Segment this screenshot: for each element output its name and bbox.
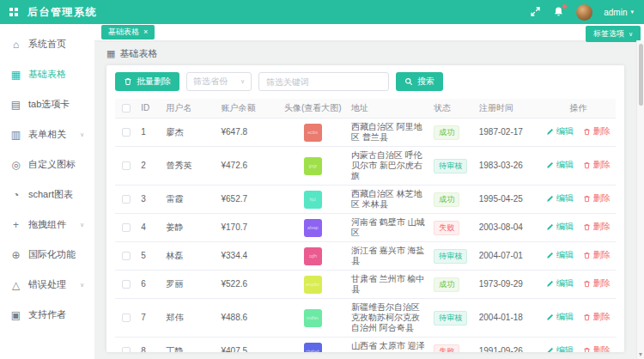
sidebar-item-8[interactable]: △ 错误处理 ∨ <box>0 270 94 300</box>
tab-label: 基础表格 <box>108 27 139 38</box>
avatar-thumbnail[interactable]: cqfh <box>304 247 322 265</box>
column-header: 状态 <box>430 99 475 119</box>
cell-balance: ¥488.6 <box>218 299 278 338</box>
delete-button[interactable]: 删除 <box>583 278 611 289</box>
user-menu[interactable]: admin ▾ <box>604 8 634 17</box>
status-badge: 待审核 <box>434 311 467 326</box>
delete-button[interactable]: 删除 <box>583 345 611 352</box>
avatar-thumbnail[interactable]: emjdbn <box>304 276 322 294</box>
edit-button[interactable]: 编辑 <box>546 345 574 352</box>
edit-button[interactable]: 编辑 <box>546 250 574 260</box>
delete-button[interactable]: 删除 <box>583 160 611 170</box>
row-checkbox[interactable] <box>122 280 131 289</box>
edit-button[interactable]: 编辑 <box>546 193 574 204</box>
edit-button[interactable]: 编辑 <box>546 126 574 137</box>
avatar-thumbnail[interactable]: hjcl <box>304 191 322 209</box>
row-checkbox[interactable] <box>122 161 131 170</box>
table-row: 4 姜静 ¥170.7 afeap 河南省 鹤壁市 山城区 失败 2003-08… <box>115 214 616 242</box>
chevron-down-icon: ∨ <box>80 222 84 228</box>
content-card: 批量删除 筛选省份 ∨ 搜索 ID用户名账户余额头像(查看大图)地址状态注册时间… <box>106 65 624 352</box>
edit-button[interactable]: 编辑 <box>546 222 574 232</box>
row-checkbox[interactable] <box>122 313 131 322</box>
cell-register-date: 2004-07-01 <box>476 242 541 271</box>
chevron-down-icon: ∨ <box>629 31 633 38</box>
province-select[interactable]: 筛选省份 ∨ <box>186 72 252 91</box>
cell-address: 甘肃省 兰州市 榆中县 <box>348 271 430 299</box>
cell-username: 曾秀英 <box>162 147 217 186</box>
row-checkbox[interactable] <box>122 252 131 260</box>
avatar-thumbnail[interactable]: afeap <box>304 219 322 237</box>
avatar-thumbnail[interactable]: ectbx <box>304 124 322 142</box>
close-icon[interactable]: × <box>143 28 148 36</box>
cell-balance: ¥170.7 <box>218 214 278 242</box>
status-badge: 待审核 <box>434 249 467 264</box>
cell-register-date: 1983-03-26 <box>476 147 541 186</box>
row-checkbox[interactable] <box>122 223 131 232</box>
avatar-thumbnail[interactable]: gxgr <box>304 157 322 175</box>
cell-id: 5 <box>137 242 162 271</box>
fullscreen-icon[interactable] <box>530 6 542 18</box>
batch-delete-button[interactable]: 批量删除 <box>115 72 179 91</box>
sidebar-item-7[interactable]: ⊕ 国际化功能 <box>0 240 94 270</box>
sidebar-item-9[interactable]: ▣ 支持作者 <box>0 300 94 330</box>
cell-balance: ¥522.6 <box>218 271 278 299</box>
header-actions: admin ▾ <box>530 4 634 21</box>
trash-icon <box>583 313 591 321</box>
cell-address: 浙江省 嘉兴市 海盐县 <box>348 242 430 271</box>
sidebar-item-6[interactable]: + 拖拽组件 ∨ <box>0 210 94 240</box>
apps-grid-icon[interactable] <box>9 8 18 16</box>
row-checkbox[interactable] <box>122 128 131 137</box>
edit-button[interactable]: 编辑 <box>546 160 574 170</box>
tag-options-button[interactable]: 标签选项 ∨ <box>586 26 641 42</box>
search-button[interactable]: 搜索 <box>396 72 443 91</box>
sidebar-item-3[interactable]: ▥ 表单相关 ∨ <box>0 119 94 149</box>
delete-button[interactable]: 删除 <box>583 312 611 322</box>
support-icon: ▣ <box>10 309 21 321</box>
cell-id: 1 <box>137 119 162 147</box>
sidebar-item-5[interactable]: ◔ schart图表 <box>0 180 94 210</box>
cell-username: 雷霞 <box>162 186 217 214</box>
sidebar-item-0[interactable]: ⌂ 系统首页 <box>0 29 94 59</box>
pencil-icon <box>546 161 554 169</box>
chevron-down-icon: ∨ <box>80 282 84 289</box>
sidebar-item-1[interactable]: ▦ 基础表格 <box>0 59 94 89</box>
search-icon <box>404 77 413 86</box>
cell-address: 河南省 鹤壁市 山城区 <box>348 214 430 242</box>
delete-button[interactable]: 删除 <box>583 222 611 232</box>
delete-button[interactable]: 删除 <box>583 126 611 137</box>
edit-button[interactable]: 编辑 <box>546 278 574 289</box>
scrollbar-thumb[interactable] <box>639 44 643 106</box>
cell-username: 林磊 <box>162 242 217 271</box>
scrollbar[interactable] <box>636 40 644 359</box>
column-header: 账户余额 <box>218 99 278 119</box>
cell-register-date: 2004-01-18 <box>476 299 541 338</box>
edit-button[interactable]: 编辑 <box>546 312 574 322</box>
tab-basic-table[interactable]: 基础表格 × <box>101 25 155 40</box>
delete-button[interactable]: 删除 <box>583 193 611 204</box>
sidebar: ⌂ 系统首页 ▦ 基础表格 ▤ tab选项卡 ▥ 表单相关 ∨ ◎ 自定义图标 … <box>0 24 94 359</box>
select-all-checkbox[interactable] <box>122 104 131 113</box>
sidebar-item-2[interactable]: ▤ tab选项卡 <box>0 89 94 119</box>
cell-balance: ¥407.5 <box>218 338 278 353</box>
row-checkbox[interactable] <box>122 195 131 204</box>
user-avatar[interactable] <box>576 4 592 21</box>
row-checkbox[interactable] <box>122 347 131 352</box>
keyword-input[interactable] <box>258 72 389 91</box>
bell-icon[interactable] <box>553 6 565 18</box>
sidebar-item-4[interactable]: ◎ 自定义图标 <box>0 149 94 180</box>
table-header-row: ID用户名账户余额头像(查看大图)地址状态注册时间操作 <box>115 99 616 119</box>
delete-button[interactable]: 删除 <box>583 250 611 260</box>
scrollbar-down-arrow[interactable] <box>639 353 642 356</box>
notification-dot <box>562 4 567 9</box>
table-row: 6 罗丽 ¥522.6 emjdbn 甘肃省 兰州市 榆中县 成功 1973-0… <box>115 271 616 299</box>
cell-id: 7 <box>137 299 162 338</box>
app-header: 后台管理系统 admin ▾ <box>0 0 644 24</box>
trash-icon <box>583 161 591 169</box>
avatar-thumbnail[interactable]: chabeb <box>304 343 322 353</box>
avatar-thumbnail[interactable]: mdfwv <box>304 309 322 327</box>
column-header: 注册时间 <box>476 99 541 119</box>
table-icon: ▦ <box>106 48 115 59</box>
drag-icon: + <box>10 219 21 231</box>
cell-register-date: 1973-09-29 <box>476 271 541 299</box>
cell-id: 4 <box>137 214 162 242</box>
